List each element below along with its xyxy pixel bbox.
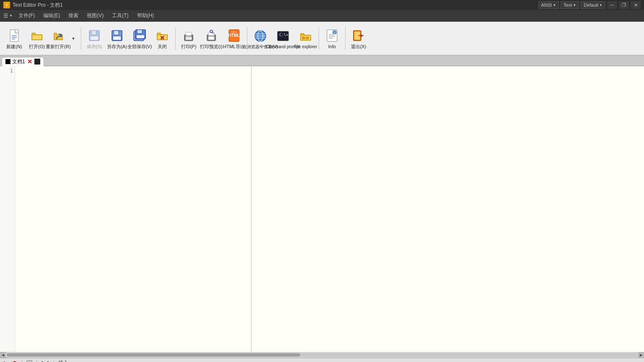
toolbar-reopen-arrow[interactable]: ▼ xyxy=(68,25,79,52)
tab-doc1-label: 文档1 xyxy=(12,58,25,65)
saveall-icon xyxy=(132,28,147,43)
menubar: ☰ ▼ 文件(F) 编辑(E) 搜索 视图(V) 工具(T) 帮助(H) xyxy=(0,10,644,22)
scroll-thumb[interactable] xyxy=(7,353,300,357)
new-file-icon xyxy=(7,28,22,43)
hamburger-arrow: ▼ xyxy=(9,14,13,18)
svg-rect-16 xyxy=(137,30,142,34)
editor-textarea[interactable] xyxy=(15,66,251,352)
scroll-left-arrow[interactable]: ◀ xyxy=(0,352,6,358)
printpreview-icon xyxy=(204,28,219,43)
toolbar-close-button[interactable]: 关闭 xyxy=(151,25,173,52)
svg-text:C:\>_: C:\>_ xyxy=(279,33,290,37)
toolbar-exit-label: 退出(X) xyxy=(351,44,366,49)
toolbar-html-label: HTML导出 xyxy=(223,44,245,49)
toolbar-open-label: 打开(O) xyxy=(29,44,45,49)
tab-doc1[interactable]: 文档1 ✕ xyxy=(2,57,44,66)
hamburger-menu[interactable]: ☰ ▼ xyxy=(2,12,14,20)
titlebar: T Text Editor Pro - 文档1 ANSI ▼ Text ▼ De… xyxy=(0,0,644,10)
status-sep-1 xyxy=(22,360,22,362)
menu-tools[interactable]: 工具(T) xyxy=(108,10,132,21)
close-button[interactable]: ✕ xyxy=(631,1,641,9)
toolbar-saveas-button[interactable]: A 另存为(A) xyxy=(106,25,128,52)
toolbar-save-button[interactable]: 保存(S) xyxy=(83,25,105,52)
explorer-icon xyxy=(298,28,313,44)
scroll-right-arrow[interactable]: ▶ xyxy=(638,352,644,358)
toolbar-info-label: Info xyxy=(328,44,336,49)
toolbar-saveall-label: 全部保存(V) xyxy=(127,44,152,49)
editor-right-pane xyxy=(252,66,644,352)
toolbar-saveall-button[interactable]: 全部保存(V) xyxy=(129,25,151,52)
status-mode: 插入 xyxy=(58,359,68,362)
svg-text:HTML: HTML xyxy=(228,33,240,38)
toolbar-new-button[interactable]: 新建(N) xyxy=(3,25,25,52)
toolbar-separator-2 xyxy=(175,27,176,50)
status-sep-3 xyxy=(54,360,54,362)
toolbar-open-button[interactable]: 打开(O) xyxy=(26,25,48,52)
toolbar-printpreview-label: 打印预览(i) xyxy=(200,44,223,49)
app-icon: T xyxy=(3,2,10,8)
svg-text:T: T xyxy=(5,3,8,8)
svg-rect-17 xyxy=(136,35,145,39)
editor-left-pane: 1 xyxy=(0,66,252,352)
menu-edit[interactable]: 编辑(E) xyxy=(39,10,64,21)
open-folder-icon xyxy=(29,28,44,43)
hamburger-icon: ☰ xyxy=(3,13,8,19)
tab-bar: 文档1 ✕ xyxy=(0,55,644,66)
theme-selector[interactable]: Default ▼ xyxy=(581,1,605,9)
menu-help[interactable]: 帮助(H) xyxy=(133,10,158,21)
browser-icon xyxy=(253,28,268,44)
editor-area: 1 xyxy=(0,66,644,352)
titlebar-title: Text Editor Pro - 文档1 xyxy=(13,2,63,9)
tab-color-indicator xyxy=(5,59,10,64)
svg-rect-42 xyxy=(302,37,305,39)
svg-rect-43 xyxy=(306,37,309,39)
titlebar-left: T Text Editor Pro - 文档1 xyxy=(3,2,63,9)
save-icon xyxy=(87,28,102,43)
toolbar-cmd-button[interactable]: C:\>_ Command prompt xyxy=(272,25,294,52)
status-bar: ⊞ 1: 1 插入 xyxy=(0,358,644,362)
svg-rect-22 xyxy=(186,32,192,36)
toolbar-separator-1 xyxy=(81,27,81,50)
toolbar-reopen-label: 重新打开(R) xyxy=(46,44,70,49)
svg-rect-12 xyxy=(113,36,121,40)
toolbar: 新建(N) 打开(O) 重新打开(R) ▼ xyxy=(0,22,644,55)
restore-button[interactable]: ❐ xyxy=(619,1,629,9)
toolbar-explorer-button[interactable]: File explorer xyxy=(295,25,317,52)
close-file-icon xyxy=(155,28,170,43)
status-macro-icon[interactable]: ⊞ xyxy=(26,360,32,362)
status-play-icon[interactable] xyxy=(3,360,8,362)
toolbar-exit-button[interactable]: 退出(X) xyxy=(348,25,369,52)
toolbar-html-button[interactable]: HTML </> HTML导出 xyxy=(223,25,245,52)
toolbar-print-button[interactable]: 打印(P) xyxy=(178,25,200,52)
theme-arrow: ▼ xyxy=(599,3,602,7)
encoding-selector[interactable]: ANSI ▼ xyxy=(538,1,559,9)
toolbar-separator-5 xyxy=(345,27,345,50)
toolbar-separator-4 xyxy=(319,27,319,50)
mode-selector[interactable]: Text ▼ xyxy=(561,1,579,9)
exit-icon xyxy=(351,28,366,43)
svg-text:i: i xyxy=(334,30,335,34)
menu-search[interactable]: 搜索 xyxy=(64,10,83,21)
svg-rect-9 xyxy=(91,31,92,34)
menu-file[interactable]: 文件(F) xyxy=(14,10,39,21)
print-icon xyxy=(181,28,196,43)
encoding-arrow: ▼ xyxy=(553,3,556,7)
status-record-icon[interactable] xyxy=(12,360,18,362)
toolbar-printpreview-button[interactable]: 打印预览(i) xyxy=(200,25,222,52)
toolbar-reopen-button[interactable]: 重新打开(R) xyxy=(49,25,68,52)
toolbar-info-button[interactable]: i Info xyxy=(321,25,343,52)
menu-view[interactable]: 视图(V) xyxy=(83,10,108,21)
info-icon: i xyxy=(325,28,340,43)
svg-rect-8 xyxy=(90,36,99,40)
mode-arrow: ▼ xyxy=(573,3,576,7)
tab-close-button[interactable]: ✕ xyxy=(27,59,33,65)
svg-point-25 xyxy=(191,35,192,37)
minimize-button[interactable]: ─ xyxy=(607,1,617,9)
status-cursor: 1: 1 xyxy=(41,360,49,362)
svg-text:</>: </> xyxy=(232,31,236,34)
toolbar-print-label: 打印(P) xyxy=(181,44,197,49)
toolbar-new-label: 新建(N) xyxy=(6,44,22,49)
horizontal-scrollbar[interactable]: ◀ ▶ xyxy=(0,352,644,358)
saveas-icon: A xyxy=(109,28,125,43)
scroll-track[interactable] xyxy=(7,353,637,357)
